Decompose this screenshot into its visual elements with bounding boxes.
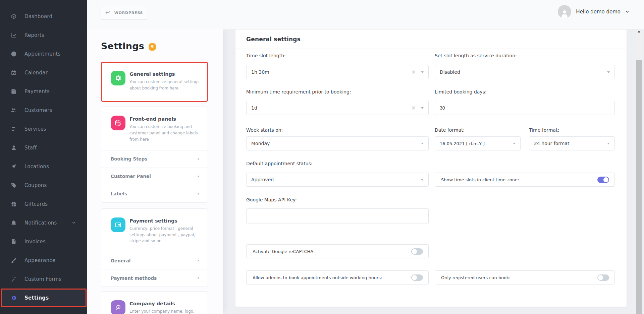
settings-card-company-header[interactable]: Company details Enter your company name,…: [101, 292, 208, 314]
clear-icon[interactable]: ×: [411, 105, 416, 111]
sidebar-item-label: Settings: [24, 295, 49, 301]
sidebar-item-label: Invoices: [24, 239, 46, 245]
sidebar-item-label: Appointments: [24, 51, 60, 57]
wallet-icon: [111, 217, 125, 232]
panel-header: General settings: [235, 29, 627, 49]
sidebar-item-giftcards[interactable]: Giftcards: [0, 195, 87, 213]
caret-down-icon: [607, 71, 610, 73]
calendar-clock-icon: [111, 116, 125, 130]
wordpress-back-label: WORDPRESS: [114, 11, 143, 15]
sidebar-item-calendar[interactable]: Calendar: [0, 63, 87, 82]
magic-wand-icon: [10, 276, 17, 282]
wordpress-back-button[interactable]: WORDPRESS: [101, 6, 147, 20]
settings-subitem-booking-steps[interactable]: Booking Steps: [101, 150, 208, 168]
min-time-prior-label: Minimum time requirement prior to bookin…: [246, 89, 351, 95]
document-icon: [10, 238, 17, 245]
settings-card-title: Company details: [129, 301, 195, 306]
brush-icon: [10, 257, 17, 264]
slot-as-duration-select[interactable]: Disabled: [435, 65, 615, 79]
sidebar-item-label: Reports: [24, 32, 44, 38]
vertical-scrollbar: [636, 29, 642, 314]
settings-subitem-payment-general[interactable]: General: [101, 252, 208, 269]
sidebar-item-label: Giftcards: [24, 201, 48, 207]
sidebar-item-label: Customers: [24, 107, 52, 113]
sidebar-item-label: Appearance: [24, 257, 55, 263]
sidebar-item-locations[interactable]: Locations: [0, 157, 87, 176]
settings-subitem-customer-panel[interactable]: Customer Panel: [101, 168, 208, 185]
settings-card-payment-header[interactable]: Payment settings Currency, price format …: [101, 209, 208, 245]
settings-card-frontend-header[interactable]: Front-end panels You can customize booki…: [101, 107, 208, 143]
settings-subitem-payment-methods[interactable]: Payment methods: [101, 269, 208, 287]
chevron-right-icon: [197, 157, 200, 161]
settings-card-general-header[interactable]: General settings You can customize gener…: [102, 63, 207, 91]
chevron-down-icon: [625, 9, 629, 15]
default-status-select[interactable]: Approved: [246, 173, 429, 187]
sidebar-item-label: Notifications: [24, 220, 57, 226]
bell-icon: [10, 219, 17, 226]
settings-subitem-labels[interactable]: Labels: [101, 185, 208, 202]
settings-card-general: General settings You can customize gener…: [101, 62, 208, 102]
sidebar-item-appearance[interactable]: Appearance: [0, 251, 87, 270]
sidebar-item-appointments[interactable]: Appointments: [0, 45, 87, 63]
settings-count-badge: 9: [149, 43, 156, 51]
settings-card-company: Company details Enter your company name,…: [101, 291, 208, 314]
caret-down-icon: [421, 143, 424, 144]
sidebar-item-coupons[interactable]: Coupons: [0, 176, 87, 195]
outside-hours-toggle[interactable]: [411, 274, 423, 281]
registered-only-toggle[interactable]: [597, 274, 609, 281]
settings-card-frontend: Front-end panels You can customize booki…: [101, 107, 208, 203]
sidebar-item-invoices[interactable]: Invoices: [0, 232, 87, 251]
tag-icon: [10, 182, 17, 189]
maps-key-input[interactable]: [246, 208, 429, 224]
settings-card-title: General settings: [129, 71, 200, 77]
sidebar-item-notifications[interactable]: Notifications: [0, 213, 87, 232]
sidebar-item-reports[interactable]: Reports: [0, 26, 87, 45]
sidebar: Dashboard Reports Appointments Calendar …: [0, 0, 87, 314]
avatar: [558, 5, 571, 18]
sidebar-item-label: Dashboard: [24, 13, 52, 19]
user-menu[interactable]: Hello demo demo: [558, 4, 629, 19]
cube-icon: [10, 13, 17, 20]
week-starts-label: Week starts on:: [246, 127, 283, 133]
recaptcha-toggle[interactable]: [411, 248, 423, 255]
maps-key-label: Google Maps API Key:: [246, 197, 297, 202]
sidebar-item-staff[interactable]: Staff: [0, 138, 87, 157]
settings-card-title: Front-end panels: [129, 116, 200, 122]
time-slot-length-select[interactable]: 1h 30m ×: [246, 65, 429, 79]
date-format-select[interactable]: 16.05.2021 [ d.m.Y ]: [435, 136, 521, 150]
sidebar-item-customers[interactable]: Customers: [0, 101, 87, 120]
chevron-right-icon: [197, 192, 200, 196]
outside-hours-row: Allow admins to book appointments outsid…: [246, 270, 429, 285]
min-time-prior-select[interactable]: 1d ×: [246, 101, 429, 115]
clock-icon: [10, 51, 17, 57]
scroll-up-icon[interactable]: [638, 30, 640, 33]
sidebar-item-services[interactable]: Services: [0, 120, 87, 138]
user-greeting: Hello demo demo: [576, 9, 621, 15]
gear-icon: [10, 295, 17, 301]
list-icon: [10, 126, 17, 132]
registered-only-row: Only registered users can book:: [435, 270, 615, 285]
time-format-select[interactable]: 24 hour format: [529, 136, 615, 150]
chevron-right-icon: [197, 276, 200, 280]
chevron-right-icon: [197, 259, 200, 262]
settings-nav-column: Settings 9 General settings You can cust…: [87, 29, 223, 314]
caret-down-icon: [421, 71, 424, 73]
sidebar-item-label: Staff: [24, 145, 37, 151]
week-starts-select[interactable]: Monday: [246, 136, 429, 150]
client-timezone-row: Show time slots in client time-zone:: [435, 173, 615, 187]
sidebar-item-payments[interactable]: Payments: [0, 82, 87, 101]
sidebar-item-settings[interactable]: Settings: [1, 289, 87, 307]
chevron-right-icon: [197, 175, 200, 178]
general-settings-panel: General settings Time slot length: 1h 30…: [235, 29, 627, 307]
sidebar-item-label: Calendar: [24, 70, 48, 76]
sidebar-item-dashboard[interactable]: Dashboard: [0, 7, 87, 26]
settings-card-description: Enter your company name, logo.: [129, 308, 195, 314]
clear-icon[interactable]: ×: [411, 69, 416, 75]
caret-down-icon: [421, 107, 424, 109]
client-timezone-toggle[interactable]: [597, 177, 609, 183]
limited-days-input[interactable]: [435, 101, 615, 115]
sidebar-item-custom-forms[interactable]: Custom Forms: [0, 270, 87, 289]
slot-as-duration-label: Set slot length as service duration:: [435, 53, 517, 58]
scrollbar-thumb[interactable]: [636, 60, 642, 314]
gift-icon: [10, 201, 17, 207]
